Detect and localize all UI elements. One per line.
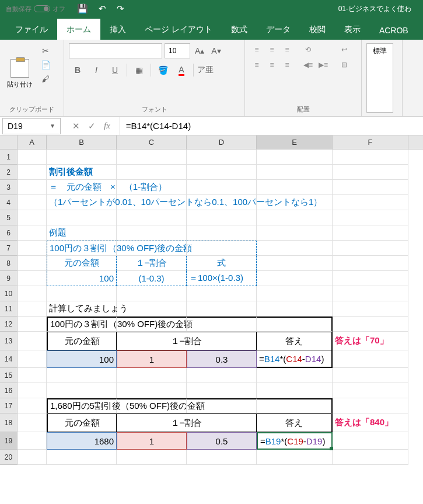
cell[interactable] xyxy=(257,383,333,398)
cell[interactable] xyxy=(18,332,47,350)
col-header-c[interactable]: C xyxy=(117,135,187,149)
cell[interactable] xyxy=(333,195,408,210)
cell[interactable] xyxy=(18,241,47,256)
select-all-corner[interactable] xyxy=(0,135,18,149)
cell[interactable] xyxy=(333,450,408,465)
tab-acrobat[interactable]: ACROB xyxy=(370,20,418,40)
cell[interactable] xyxy=(47,210,117,225)
cell[interactable] xyxy=(117,450,187,465)
cell[interactable] xyxy=(18,301,47,317)
cell[interactable] xyxy=(187,286,257,301)
cell[interactable] xyxy=(18,368,47,383)
orientation-icon[interactable]: ⟲ xyxy=(301,43,315,56)
indent-increase-icon[interactable]: ▶≡ xyxy=(316,58,330,71)
cell[interactable] xyxy=(257,286,333,301)
font-name-input[interactable] xyxy=(69,43,162,58)
row-header[interactable]: 19 xyxy=(0,432,18,450)
cell[interactable] xyxy=(333,165,408,180)
row-header[interactable]: 2 xyxy=(0,165,18,180)
cell[interactable] xyxy=(257,256,333,271)
cell[interactable] xyxy=(187,225,257,241)
row-header[interactable]: 20 xyxy=(0,450,18,465)
align-top-icon[interactable]: ≡ xyxy=(250,43,264,56)
col-header-e[interactable]: E xyxy=(257,135,333,149)
cell[interactable] xyxy=(47,368,117,383)
copy-icon[interactable]: 📄 xyxy=(40,60,51,70)
formula-input[interactable]: =B14*(C14-D14) xyxy=(120,117,423,135)
wrap-text-icon[interactable]: ↩ xyxy=(337,43,351,56)
font-color-button[interactable]: A xyxy=(173,62,190,78)
cell[interactable] xyxy=(333,350,408,368)
spreadsheet-grid[interactable]: A B C D E F 1 2割引後金額 3＝ 元の金額 × （1-割合） 4（… xyxy=(0,135,423,465)
cell[interactable] xyxy=(333,241,408,256)
tab-file[interactable]: ファイル xyxy=(6,19,57,40)
cell[interactable]: 1 xyxy=(117,432,187,450)
align-bottom-icon[interactable]: ≡ xyxy=(280,43,294,56)
cell[interactable] xyxy=(117,150,187,165)
cell[interactable] xyxy=(333,225,408,241)
col-header-a[interactable]: A xyxy=(18,135,47,149)
cell[interactable]: 割引後金額 xyxy=(47,165,117,180)
row-header[interactable]: 5 xyxy=(0,210,18,225)
cut-icon[interactable]: ✂ xyxy=(40,46,51,56)
cell[interactable]: 1680 xyxy=(47,432,117,450)
undo-icon[interactable]: ↶ xyxy=(99,4,106,14)
cell[interactable] xyxy=(333,301,408,317)
merge-center-icon[interactable]: ⊟ xyxy=(337,58,351,71)
row-header[interactable]: 16 xyxy=(0,383,18,398)
redo-icon[interactable]: ↷ xyxy=(117,4,124,14)
align-right-icon[interactable]: ≡ xyxy=(280,58,294,71)
cell[interactable] xyxy=(257,271,333,286)
cell[interactable]: １−割合 xyxy=(117,413,257,432)
cell[interactable]: 0.5 xyxy=(187,432,257,450)
cell[interactable] xyxy=(333,210,408,225)
cell[interactable] xyxy=(333,398,408,413)
cell[interactable]: 答え xyxy=(257,413,333,432)
font-size-input[interactable]: 10 xyxy=(165,43,190,58)
cell[interactable] xyxy=(117,398,187,413)
row-header[interactable]: 4 xyxy=(0,195,18,210)
tab-insert[interactable]: 挿入 xyxy=(100,19,135,40)
tab-home[interactable]: ホーム xyxy=(57,19,100,40)
border-button[interactable]: ▦ xyxy=(130,62,148,78)
cell[interactable]: 答え xyxy=(257,332,333,350)
cell[interactable] xyxy=(18,383,47,398)
cell[interactable]: １−割合 xyxy=(117,332,257,350)
cell[interactable]: ＝100×(1-0.3) xyxy=(187,271,257,286)
phonetic-button[interactable]: ア亜 xyxy=(197,62,214,78)
cell[interactable]: =B14*(C14-D14) xyxy=(257,350,333,368)
cell[interactable]: 100 xyxy=(47,271,117,286)
cell[interactable] xyxy=(187,398,257,413)
cell[interactable] xyxy=(257,241,333,256)
row-header[interactable]: 3 xyxy=(0,180,18,195)
cell[interactable] xyxy=(187,195,257,210)
row-header[interactable]: 1 xyxy=(0,150,18,165)
cell[interactable] xyxy=(18,225,47,241)
tab-view[interactable]: 表示 xyxy=(335,19,370,40)
cell[interactable] xyxy=(257,195,333,210)
cell[interactable] xyxy=(257,165,333,180)
cell[interactable] xyxy=(333,317,408,332)
cell[interactable] xyxy=(333,150,408,165)
cell[interactable] xyxy=(187,317,257,332)
underline-button[interactable]: U xyxy=(106,62,124,78)
row-header[interactable]: 15 xyxy=(0,368,18,383)
row-header[interactable]: 6 xyxy=(0,225,18,241)
align-center-icon[interactable]: ≡ xyxy=(265,58,279,71)
cell[interactable] xyxy=(18,317,47,332)
indent-decrease-icon[interactable]: ◀≡ xyxy=(301,58,315,71)
col-header-d[interactable]: D xyxy=(187,135,257,149)
row-header[interactable]: 18 xyxy=(0,413,18,432)
row-header[interactable]: 11 xyxy=(0,301,18,317)
row-header[interactable]: 12 xyxy=(0,317,18,332)
paste-button[interactable]: 貼り付け xyxy=(5,43,35,104)
cell[interactable] xyxy=(117,225,187,241)
cell[interactable] xyxy=(47,383,117,398)
cell[interactable] xyxy=(257,450,333,465)
cell[interactable] xyxy=(18,271,47,286)
row-header[interactable]: 13 xyxy=(0,332,18,350)
cell[interactable] xyxy=(47,450,117,465)
cell[interactable] xyxy=(18,195,47,210)
cell[interactable] xyxy=(18,398,47,413)
cell[interactable] xyxy=(187,150,257,165)
